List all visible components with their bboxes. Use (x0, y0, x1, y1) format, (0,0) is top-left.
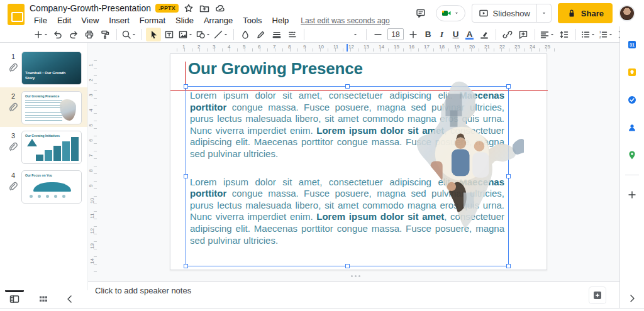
google-keep-button[interactable] (624, 64, 640, 80)
get-add-ons-button[interactable] (624, 187, 640, 203)
toolbar-divider (116, 29, 117, 40)
paperclip-icon (8, 102, 18, 112)
insert-image-button[interactable] (177, 28, 194, 41)
menu-slide[interactable]: Slide (171, 15, 198, 26)
slide-thumbnail-2[interactable]: 2Our Growing Presence (0, 87, 87, 127)
slide-editor[interactable]: Our Growing Presence Lorem ipsum dolor s… (170, 53, 547, 270)
chevron-down-icon (541, 10, 547, 16)
collapse-filmstrip-button[interactable] (62, 291, 78, 307)
google-maps-button[interactable] (624, 147, 640, 163)
line-spacing-icon (559, 30, 569, 40)
fill-color-button[interactable] (238, 28, 253, 41)
handle-top-left[interactable] (184, 84, 188, 89)
ruler-cursor (347, 44, 348, 52)
minus-icon (373, 30, 383, 40)
chevron-down-icon (453, 10, 460, 16)
menu-file[interactable]: File (30, 15, 52, 26)
bold-button[interactable]: B (421, 28, 435, 41)
menu-edit[interactable]: Edit (53, 15, 75, 26)
speaker-notes-input[interactable]: Click to add speaker notes (95, 286, 191, 295)
select-tool-button[interactable] (146, 28, 161, 41)
slide-filmstrip: 1Townhall : Our Growth Story2Our Growing… (0, 43, 88, 292)
slides-logo-icon[interactable] (8, 4, 25, 25)
paint-format-icon (100, 30, 110, 40)
undo-button[interactable] (50, 28, 65, 41)
font-size-input[interactable]: 18 (387, 28, 404, 40)
google-calendar-button[interactable]: 31 (624, 36, 640, 53)
border-weight-button[interactable] (269, 28, 284, 41)
slideshow-options-caret[interactable] (536, 4, 551, 22)
google-contacts-button[interactable] (624, 119, 640, 136)
insert-shape-button[interactable] (195, 28, 212, 41)
numbered-list-button[interactable]: 12 (597, 28, 614, 41)
insert-link-button[interactable] (500, 28, 515, 41)
handle-top-right[interactable] (506, 84, 511, 89)
handle-bottom-right[interactable] (506, 264, 511, 268)
contacts-app-icon (627, 123, 637, 133)
india-map-collage-image[interactable] (403, 80, 524, 230)
explore-button[interactable] (589, 287, 606, 303)
border-color-button[interactable] (253, 28, 269, 41)
redo-button[interactable] (66, 28, 81, 41)
new-slide-button[interactable] (33, 28, 50, 41)
menu-arrange[interactable]: Arrange (199, 15, 237, 26)
move-folder-icon[interactable] (199, 3, 210, 14)
document-title[interactable]: Company-Growth-Presentation (30, 3, 151, 13)
star-icon[interactable] (183, 3, 194, 14)
align-button[interactable] (539, 28, 556, 41)
comment-history-button[interactable] (412, 4, 430, 22)
last-edit-link[interactable]: Last edit was seconds ago (301, 16, 389, 25)
undo-icon (53, 30, 63, 40)
vertical-ruler: 1234567891011121314 (89, 53, 97, 273)
menu-insert[interactable]: Insert (104, 15, 134, 26)
insert-line-button[interactable] (213, 28, 230, 41)
paint-format-button[interactable] (97, 28, 113, 41)
decrease-font-size-button[interactable] (370, 28, 386, 41)
underline-button[interactable]: U (449, 28, 462, 41)
italic-button[interactable]: I (435, 28, 448, 41)
highlight-color-button[interactable] (477, 28, 492, 41)
meet-join-button[interactable] (436, 5, 465, 21)
insert-comment-button[interactable] (516, 28, 531, 41)
add-slide-icon (408, 30, 418, 40)
slide-thumbnail-3[interactable]: 3Our Growing Initiatives (0, 127, 87, 166)
slideshow-button[interactable]: Slideshow (472, 4, 552, 23)
border-dash-button[interactable] (285, 28, 300, 41)
handle-top-center[interactable] (345, 84, 350, 89)
print-button[interactable] (82, 28, 97, 41)
paperclip-icon (8, 142, 18, 152)
increase-font-size-button[interactable] (406, 28, 421, 41)
share-label: Share (581, 9, 604, 18)
bulleted-list-button[interactable] (580, 28, 597, 41)
lock-icon (567, 8, 577, 18)
add-slide-icon (33, 30, 43, 40)
google-tasks-button[interactable] (624, 92, 640, 108)
slide-thumbnail-4[interactable]: 4Our Focus on You (0, 166, 87, 206)
menu-help[interactable]: Help (268, 15, 294, 26)
menu-tools[interactable]: Tools (238, 15, 266, 26)
filmstrip-view-button[interactable] (0, 290, 29, 308)
slideshow-play-icon (479, 8, 489, 18)
handle-middle-left[interactable] (184, 174, 188, 178)
handle-middle-right[interactable] (506, 174, 511, 178)
comment-add-icon (518, 30, 528, 40)
zoom-button[interactable] (121, 28, 138, 41)
line-spacing-button[interactable] (557, 28, 572, 41)
text-color-button[interactable]: A (463, 28, 476, 41)
grid-view-button[interactable] (29, 290, 58, 308)
show-side-panel-button[interactable] (626, 292, 638, 305)
handle-bottom-left[interactable] (184, 264, 188, 268)
handle-bottom-center[interactable] (345, 264, 350, 268)
slide-title[interactable]: Our Growing Presence (188, 59, 363, 79)
font-family-select[interactable] (308, 28, 362, 41)
text-box-button[interactable] (162, 28, 177, 41)
bottom-divider (0, 308, 644, 308)
user-avatar[interactable] (619, 5, 635, 21)
slide-number: 2 (11, 92, 15, 100)
menu-view[interactable]: View (77, 15, 103, 26)
menu-format[interactable]: Format (135, 15, 170, 26)
slide-thumbnail-1[interactable]: 1Townhall : Our Growth Story (0, 48, 87, 87)
share-button[interactable]: Share (558, 3, 613, 23)
cloud-saved-icon[interactable] (214, 3, 226, 14)
notes-resize-handle[interactable] (351, 275, 362, 278)
